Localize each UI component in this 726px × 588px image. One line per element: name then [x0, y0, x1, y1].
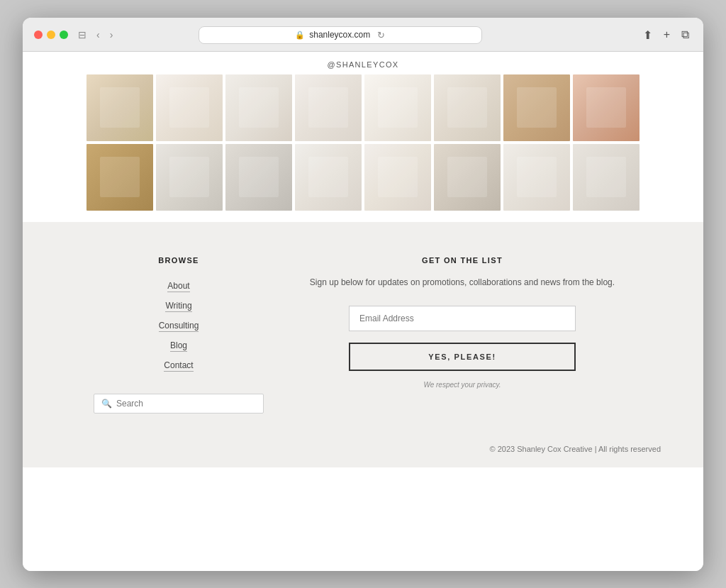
privacy-note: We respect your privacy. — [292, 381, 632, 389]
email-input[interactable] — [349, 306, 576, 331]
photo-cell-6[interactable] — [434, 74, 501, 141]
browser-controls: ⊟ ‹ › — [75, 28, 116, 42]
footer-copyright: © 2023 Shanley Cox Creative | All rights… — [23, 431, 703, 467]
browser-actions: ⬆ + ⧉ — [640, 27, 692, 43]
photo-cell-4[interactable] — [295, 74, 362, 141]
footer-section: BROWSE About Writing Consulting Blog — [23, 222, 703, 467]
photo-cell-1[interactable] — [86, 74, 153, 141]
sidebar-toggle-button[interactable]: ⊟ — [75, 28, 89, 42]
footer-nav: About Writing Consulting Blog Contact — [94, 279, 264, 371]
search-input[interactable] — [116, 399, 256, 409]
minimize-button[interactable] — [47, 30, 55, 39]
photo-cell-16[interactable] — [573, 144, 640, 211]
photo-cell-13[interactable] — [364, 144, 431, 211]
windows-button[interactable]: ⧉ — [678, 27, 692, 43]
footer-browse-column: BROWSE About Writing Consulting Blog — [94, 256, 264, 431]
nav-link-consulting[interactable]: Consulting — [159, 321, 199, 332]
footer-email-section: GET ON THE LIST Sign up below for update… — [264, 256, 632, 431]
new-tab-button[interactable]: + — [661, 27, 673, 43]
nav-item-consulting[interactable]: Consulting — [94, 318, 264, 331]
photo-cell-15[interactable] — [503, 144, 570, 211]
fullscreen-button[interactable] — [60, 30, 68, 39]
address-bar[interactable]: 🔒 shanleycox.com ↻ — [199, 26, 482, 44]
email-section-heading: GET ON THE LIST — [292, 256, 632, 265]
page-content: @SHANLEYCOX — [23, 52, 703, 571]
nav-item-writing[interactable]: Writing — [94, 299, 264, 311]
photo-cell-7[interactable] — [503, 74, 570, 141]
photo-cell-5[interactable] — [364, 74, 431, 141]
back-button[interactable]: ‹ — [94, 28, 103, 42]
photo-cell-11[interactable] — [225, 144, 292, 211]
nav-link-about[interactable]: About — [167, 281, 189, 292]
browse-heading: BROWSE — [94, 256, 264, 265]
nav-link-blog[interactable]: Blog — [170, 340, 187, 352]
search-icon: 🔍 — [101, 399, 112, 409]
photo-cell-8[interactable] — [573, 74, 640, 141]
photo-grid — [23, 74, 703, 211]
close-button[interactable] — [34, 30, 43, 39]
photo-cell-14[interactable] — [434, 144, 501, 211]
forward-button[interactable]: › — [107, 28, 116, 42]
photo-cell-2[interactable] — [156, 74, 223, 141]
nav-item-about[interactable]: About — [94, 279, 264, 292]
email-section-description: Sign up below for updates on promotions,… — [292, 276, 632, 289]
traffic-lights — [34, 30, 68, 39]
search-wrapper[interactable]: 🔍 — [94, 394, 264, 414]
nav-item-blog[interactable]: Blog — [94, 338, 264, 351]
photo-cell-9[interactable] — [86, 144, 153, 211]
submit-button[interactable]: YES, PLEASE! — [349, 343, 576, 371]
instagram-handle: @SHANLEYCOX — [23, 52, 703, 74]
photo-cell-12[interactable] — [295, 144, 362, 211]
nav-link-writing[interactable]: Writing — [165, 301, 191, 312]
browser-window: ⊟ ‹ › 🔒 shanleycox.com ↻ ⬆ + ⧉ @SHANLEYC… — [23, 18, 703, 571]
photo-cell-3[interactable] — [225, 74, 292, 141]
reload-button[interactable]: ↻ — [377, 30, 385, 40]
browser-chrome: ⊟ ‹ › 🔒 shanleycox.com ↻ ⬆ + ⧉ — [23, 18, 703, 52]
share-button[interactable]: ⬆ — [640, 27, 655, 43]
footer-search-area: 🔍 — [94, 394, 264, 431]
url-text: shanleycox.com — [309, 30, 370, 40]
footer-inner: BROWSE About Writing Consulting Blog — [51, 256, 675, 431]
lock-icon: 🔒 — [295, 30, 305, 40]
nav-link-contact[interactable]: Contact — [164, 360, 193, 372]
photo-cell-10[interactable] — [156, 144, 223, 211]
nav-item-contact[interactable]: Contact — [94, 358, 264, 371]
